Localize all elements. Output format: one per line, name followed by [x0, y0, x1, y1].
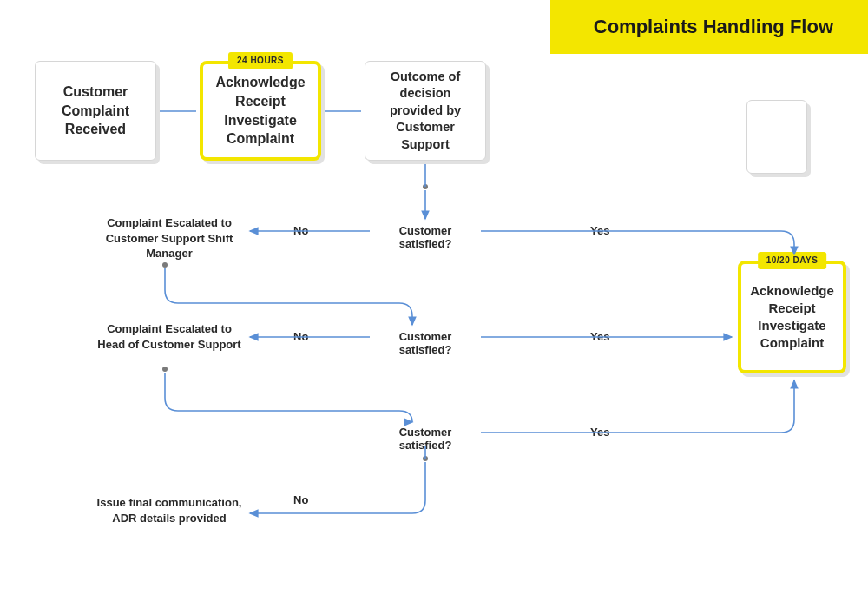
label-no-1: No — [293, 224, 308, 237]
decision-customer-satisfied-1: Customer satisfied? — [373, 224, 477, 250]
svg-point-10 — [423, 456, 428, 461]
label-no-3: No — [293, 493, 308, 506]
decision-customer-satisfied-2: Customer satisfied? — [373, 330, 477, 356]
label-yes-1: Yes — [590, 224, 609, 237]
label-no-2: No — [293, 330, 308, 343]
node-complaint-received: Customer Complaint Received — [35, 61, 156, 161]
node-text: Acknowledge Receipt Investigate Complain… — [750, 282, 834, 353]
node-text: Acknowledge Receipt Investigate Complain… — [212, 73, 309, 148]
badge-24-hours: 24 HOURS — [228, 52, 293, 69]
node-resolve-10-20-days: 10/20 DAYS Acknowledge Receipt Investiga… — [738, 261, 846, 373]
svg-point-9 — [162, 367, 168, 372]
label-yes-3: Yes — [590, 426, 609, 439]
node-acknowledge-24h: 24 HOURS Acknowledge Receipt Investigate… — [200, 61, 321, 161]
diagram-title: Complaints Handling Flow — [550, 0, 868, 54]
svg-point-2 — [423, 184, 428, 189]
node-placeholder — [746, 100, 807, 174]
outcome-final-communication: Issue final communication, ADR details p… — [95, 495, 243, 525]
node-outcome-provided: Outcome of decision provided by Customer… — [365, 61, 486, 161]
svg-point-6 — [162, 262, 168, 268]
node-text: Outcome of decision provided by Customer… — [374, 69, 477, 154]
badge-10-20-days: 10/20 DAYS — [758, 252, 827, 269]
node-text: Customer Complaint Received — [44, 83, 147, 139]
decision-customer-satisfied-3: Customer satisfied? — [373, 426, 477, 452]
outcome-escalate-shift-manager: Complaint Escalated to Customer Support … — [95, 215, 243, 261]
label-yes-2: Yes — [590, 330, 609, 343]
outcome-escalate-head-support: Complaint Escalated to Head of Customer … — [95, 321, 243, 352]
